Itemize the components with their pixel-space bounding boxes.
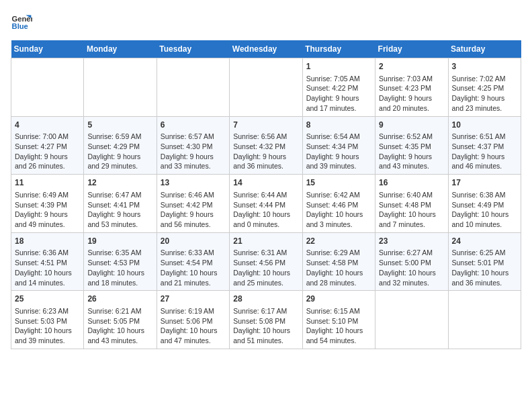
day-number: 2 — [379, 61, 444, 73]
day-info: Sunrise: 6:51 AM Sunset: 4:37 PM Dayligh… — [452, 132, 517, 171]
day-number: 8 — [306, 120, 371, 131]
day-number: 26 — [87, 293, 152, 305]
calendar-cell: 6Sunrise: 6:57 AM Sunset: 4:30 PM Daylig… — [157, 116, 229, 175]
calendar-cell: 19Sunrise: 6:35 AM Sunset: 4:53 PM Dayli… — [84, 232, 157, 291]
day-info: Sunrise: 6:27 AM Sunset: 5:00 PM Dayligh… — [379, 248, 444, 287]
day-info: Sunrise: 6:38 AM Sunset: 4:49 PM Dayligh… — [452, 190, 517, 230]
day-info: Sunrise: 6:33 AM Sunset: 4:54 PM Dayligh… — [161, 248, 226, 287]
day-number: 5 — [87, 120, 152, 131]
header-sunday: Sunday — [11, 40, 84, 58]
day-info: Sunrise: 6:44 AM Sunset: 4:44 PM Dayligh… — [233, 190, 298, 230]
calendar-cell: 1Sunrise: 7:05 AM Sunset: 4:22 PM Daylig… — [302, 58, 375, 117]
header-monday: Monday — [84, 40, 157, 58]
day-info: Sunrise: 6:49 AM Sunset: 4:39 PM Dayligh… — [15, 190, 80, 230]
day-number: 22 — [306, 236, 371, 247]
calendar-cell: 3Sunrise: 7:02 AM Sunset: 4:25 PM Daylig… — [448, 58, 521, 117]
day-number: 1 — [306, 61, 371, 73]
calendar-header-row: SundayMondayTuesdayWednesdayThursdayFrid… — [11, 40, 521, 58]
day-info: Sunrise: 6:21 AM Sunset: 5:05 PM Dayligh… — [87, 306, 152, 346]
day-info: Sunrise: 6:23 AM Sunset: 5:03 PM Dayligh… — [15, 306, 80, 346]
day-info: Sunrise: 6:46 AM Sunset: 4:42 PM Dayligh… — [161, 190, 226, 230]
calendar-cell: 10Sunrise: 6:51 AM Sunset: 4:37 PM Dayli… — [448, 116, 521, 175]
day-info: Sunrise: 7:02 AM Sunset: 4:25 PM Dayligh… — [452, 74, 517, 113]
day-info: Sunrise: 6:19 AM Sunset: 5:06 PM Dayligh… — [161, 306, 226, 346]
day-number: 10 — [452, 120, 517, 131]
calendar-cell — [11, 58, 84, 117]
calendar-cell: 8Sunrise: 6:54 AM Sunset: 4:34 PM Daylig… — [302, 116, 375, 175]
header-tuesday: Tuesday — [157, 40, 229, 58]
calendar-cell — [84, 58, 157, 117]
header-thursday: Thursday — [302, 40, 375, 58]
calendar-cell: 7Sunrise: 6:56 AM Sunset: 4:32 PM Daylig… — [230, 116, 302, 175]
day-number: 3 — [452, 61, 517, 73]
day-number: 27 — [161, 293, 226, 305]
day-info: Sunrise: 6:25 AM Sunset: 5:01 PM Dayligh… — [452, 248, 517, 287]
day-number: 29 — [306, 293, 371, 305]
day-number: 18 — [15, 236, 80, 247]
calendar-cell: 20Sunrise: 6:33 AM Sunset: 4:54 PM Dayli… — [157, 232, 229, 291]
header-saturday: Saturday — [448, 40, 521, 58]
day-number: 13 — [161, 177, 226, 189]
day-number: 19 — [87, 236, 152, 247]
calendar-cell: 5Sunrise: 6:59 AM Sunset: 4:29 PM Daylig… — [84, 116, 157, 175]
day-info: Sunrise: 6:29 AM Sunset: 4:58 PM Dayligh… — [306, 248, 371, 287]
calendar-cell: 25Sunrise: 6:23 AM Sunset: 5:03 PM Dayli… — [11, 291, 84, 349]
header-friday: Friday — [375, 40, 448, 58]
calendar-cell: 12Sunrise: 6:47 AM Sunset: 4:41 PM Dayli… — [84, 175, 157, 233]
calendar-cell: 2Sunrise: 7:03 AM Sunset: 4:23 PM Daylig… — [375, 58, 448, 117]
day-number: 24 — [452, 236, 517, 247]
calendar-cell: 9Sunrise: 6:52 AM Sunset: 4:35 PM Daylig… — [375, 116, 448, 175]
calendar-cell: 16Sunrise: 6:40 AM Sunset: 4:48 PM Dayli… — [375, 175, 448, 233]
day-info: Sunrise: 6:36 AM Sunset: 4:51 PM Dayligh… — [15, 248, 80, 287]
week-row-1: 4Sunrise: 7:00 AM Sunset: 4:27 PM Daylig… — [11, 116, 521, 175]
day-info: Sunrise: 6:52 AM Sunset: 4:35 PM Dayligh… — [379, 132, 444, 171]
day-number: 17 — [452, 177, 517, 189]
day-number: 7 — [233, 120, 298, 131]
calendar-cell: 28Sunrise: 6:17 AM Sunset: 5:08 PM Dayli… — [230, 291, 302, 349]
calendar-cell: 27Sunrise: 6:19 AM Sunset: 5:06 PM Dayli… — [157, 291, 229, 349]
page-header: General Blue — [11, 11, 521, 32]
calendar-cell: 11Sunrise: 6:49 AM Sunset: 4:39 PM Dayli… — [11, 175, 84, 233]
calendar-cell: 24Sunrise: 6:25 AM Sunset: 5:01 PM Dayli… — [448, 232, 521, 291]
calendar-cell: 23Sunrise: 6:27 AM Sunset: 5:00 PM Dayli… — [375, 232, 448, 291]
header-wednesday: Wednesday — [230, 40, 302, 58]
logo: General Blue — [11, 11, 35, 32]
calendar-cell — [157, 58, 229, 117]
logo-icon: General Blue — [11, 11, 32, 32]
calendar-cell: 29Sunrise: 6:15 AM Sunset: 5:10 PM Dayli… — [302, 291, 375, 349]
svg-text:Blue: Blue — [12, 22, 28, 30]
calendar-cell: 26Sunrise: 6:21 AM Sunset: 5:05 PM Dayli… — [84, 291, 157, 349]
day-number: 4 — [15, 120, 80, 131]
week-row-0: 1Sunrise: 7:05 AM Sunset: 4:22 PM Daylig… — [11, 58, 521, 117]
week-row-3: 18Sunrise: 6:36 AM Sunset: 4:51 PM Dayli… — [11, 232, 521, 291]
day-info: Sunrise: 6:35 AM Sunset: 4:53 PM Dayligh… — [87, 248, 152, 287]
day-info: Sunrise: 6:47 AM Sunset: 4:41 PM Dayligh… — [87, 190, 152, 230]
calendar-table: SundayMondayTuesdayWednesdayThursdayFrid… — [11, 40, 521, 349]
day-number: 21 — [233, 236, 298, 247]
day-info: Sunrise: 6:54 AM Sunset: 4:34 PM Dayligh… — [306, 132, 371, 171]
day-info: Sunrise: 6:15 AM Sunset: 5:10 PM Dayligh… — [306, 306, 371, 346]
week-row-4: 25Sunrise: 6:23 AM Sunset: 5:03 PM Dayli… — [11, 291, 521, 349]
calendar-cell — [375, 291, 448, 349]
day-number: 15 — [306, 177, 371, 189]
day-info: Sunrise: 7:00 AM Sunset: 4:27 PM Dayligh… — [15, 132, 80, 171]
day-info: Sunrise: 6:57 AM Sunset: 4:30 PM Dayligh… — [161, 132, 226, 171]
calendar-cell: 4Sunrise: 7:00 AM Sunset: 4:27 PM Daylig… — [11, 116, 84, 175]
day-number: 28 — [233, 293, 298, 305]
calendar-cell: 17Sunrise: 6:38 AM Sunset: 4:49 PM Dayli… — [448, 175, 521, 233]
day-info: Sunrise: 6:31 AM Sunset: 4:56 PM Dayligh… — [233, 248, 298, 287]
calendar-cell: 18Sunrise: 6:36 AM Sunset: 4:51 PM Dayli… — [11, 232, 84, 291]
day-info: Sunrise: 6:40 AM Sunset: 4:48 PM Dayligh… — [379, 190, 444, 230]
day-info: Sunrise: 6:59 AM Sunset: 4:29 PM Dayligh… — [87, 132, 152, 171]
day-info: Sunrise: 6:56 AM Sunset: 4:32 PM Dayligh… — [233, 132, 298, 171]
day-number: 20 — [161, 236, 226, 247]
calendar-cell: 22Sunrise: 6:29 AM Sunset: 4:58 PM Dayli… — [302, 232, 375, 291]
day-info: Sunrise: 6:42 AM Sunset: 4:46 PM Dayligh… — [306, 190, 371, 230]
day-number: 11 — [15, 177, 80, 189]
calendar-cell — [230, 58, 302, 117]
week-row-2: 11Sunrise: 6:49 AM Sunset: 4:39 PM Dayli… — [11, 175, 521, 233]
day-info: Sunrise: 7:03 AM Sunset: 4:23 PM Dayligh… — [379, 74, 444, 113]
day-number: 16 — [379, 177, 444, 189]
day-info: Sunrise: 6:17 AM Sunset: 5:08 PM Dayligh… — [233, 306, 298, 346]
day-info: Sunrise: 7:05 AM Sunset: 4:22 PM Dayligh… — [306, 74, 371, 113]
